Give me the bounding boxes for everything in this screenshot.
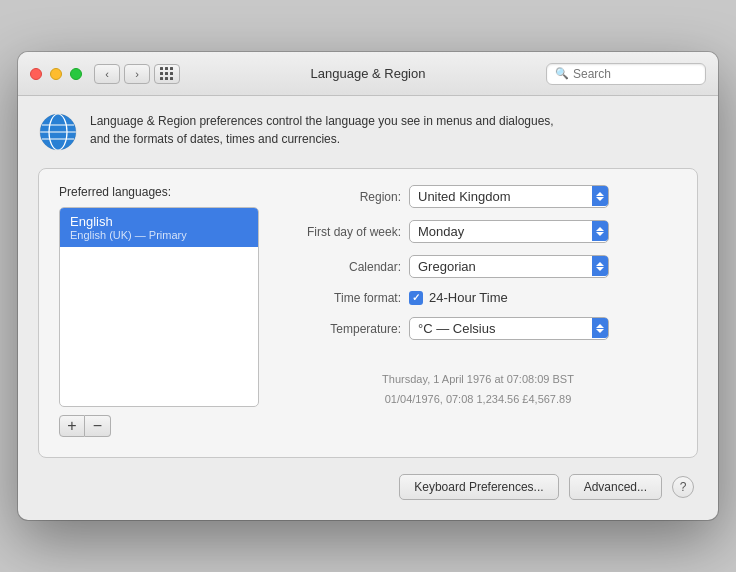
arrow-up-icon	[596, 324, 604, 328]
add-language-button[interactable]: +	[59, 415, 85, 437]
arrow-down-icon	[596, 267, 604, 271]
temperature-dropdown[interactable]: °C — Celsius	[409, 317, 609, 340]
time-format-row: Time format: ✓ 24-Hour Time	[279, 290, 677, 305]
region-row: Region: United Kingdom	[279, 185, 677, 208]
titlebar: ‹ › Language & Region 🔍	[18, 52, 718, 96]
arrow-up-icon	[596, 227, 604, 231]
region-control: United Kingdom	[409, 185, 677, 208]
traffic-lights	[30, 68, 82, 80]
window-title: Language & Region	[311, 66, 426, 81]
time-format-checkbox-row: ✓ 24-Hour Time	[409, 290, 677, 305]
arrow-up-icon	[596, 262, 604, 266]
temperature-row: Temperature: °C — Celsius	[279, 317, 677, 340]
language-name: English	[70, 214, 248, 229]
search-box[interactable]: 🔍	[546, 63, 706, 85]
language-list: English English (UK) — Primary	[59, 207, 259, 407]
first-day-dropdown[interactable]: Monday	[409, 220, 609, 243]
remove-language-button[interactable]: −	[85, 415, 111, 437]
globe-icon	[38, 112, 78, 152]
preview-line-1: Thursday, 1 April 1976 at 07:08:09 BST	[279, 370, 677, 390]
region-value: United Kingdom	[418, 189, 600, 204]
region-label: Region:	[279, 190, 409, 204]
maximize-button[interactable]	[70, 68, 82, 80]
preview-line-2: 01/04/1976, 07:08 1,234.56 £4,567.89	[279, 390, 677, 410]
calendar-dropdown-arrow	[592, 256, 608, 276]
close-button[interactable]	[30, 68, 42, 80]
calendar-value: Gregorian	[418, 259, 600, 274]
search-input[interactable]	[573, 67, 697, 81]
panel-layout: Preferred languages: English English (UK…	[59, 185, 677, 437]
temperature-dropdown-arrow	[592, 318, 608, 338]
help-button[interactable]: ?	[672, 476, 694, 498]
bottom-bar: Keyboard Preferences... Advanced... ?	[38, 474, 698, 500]
region-dropdown[interactable]: United Kingdom	[409, 185, 609, 208]
region-dropdown-arrow	[592, 186, 608, 206]
language-section: Preferred languages: English English (UK…	[59, 185, 259, 437]
first-day-control: Monday	[409, 220, 677, 243]
info-text: Language & Region preferences control th…	[90, 112, 554, 148]
back-button[interactable]: ‹	[94, 64, 120, 84]
forward-icon: ›	[135, 68, 139, 80]
calendar-dropdown[interactable]: Gregorian	[409, 255, 609, 278]
advanced-button[interactable]: Advanced...	[569, 474, 662, 500]
arrow-down-icon	[596, 232, 604, 236]
back-icon: ‹	[105, 68, 109, 80]
calendar-row: Calendar: Gregorian	[279, 255, 677, 278]
minimize-button[interactable]	[50, 68, 62, 80]
grid-icon	[160, 67, 174, 81]
window: ‹ › Language & Region 🔍	[18, 52, 718, 520]
temperature-value: °C — Celsius	[418, 321, 600, 336]
arrow-down-icon	[596, 197, 604, 201]
temperature-label: Temperature:	[279, 322, 409, 336]
temperature-control: °C — Celsius	[409, 317, 677, 340]
first-day-label: First day of week:	[279, 225, 409, 239]
checkmark-icon: ✓	[412, 292, 420, 303]
time-format-checkbox[interactable]: ✓	[409, 291, 423, 305]
arrow-up-icon	[596, 192, 604, 196]
nav-buttons: ‹ ›	[94, 64, 150, 84]
language-controls: + −	[59, 415, 259, 437]
first-day-row: First day of week: Monday	[279, 220, 677, 243]
first-day-value: Monday	[418, 224, 600, 239]
main-panel: Preferred languages: English English (UK…	[38, 168, 698, 458]
calendar-control: Gregorian	[409, 255, 677, 278]
language-sub: English (UK) — Primary	[70, 229, 248, 241]
keyboard-preferences-button[interactable]: Keyboard Preferences...	[399, 474, 558, 500]
info-banner: Language & Region preferences control th…	[38, 112, 698, 152]
forward-button[interactable]: ›	[124, 64, 150, 84]
first-day-dropdown-arrow	[592, 221, 608, 241]
time-format-checkbox-label: 24-Hour Time	[429, 290, 508, 305]
grid-button[interactable]	[154, 64, 180, 84]
preview-area: Thursday, 1 April 1976 at 07:08:09 BST 0…	[279, 360, 677, 410]
time-format-label: Time format:	[279, 291, 409, 305]
settings-section: Region: United Kingdom	[279, 185, 677, 437]
time-format-control: ✓ 24-Hour Time	[409, 290, 677, 305]
language-item-english[interactable]: English English (UK) — Primary	[60, 208, 258, 247]
content: Language & Region preferences control th…	[18, 96, 718, 520]
arrow-down-icon	[596, 329, 604, 333]
preferred-languages-label: Preferred languages:	[59, 185, 259, 199]
search-icon: 🔍	[555, 67, 569, 80]
calendar-label: Calendar:	[279, 260, 409, 274]
